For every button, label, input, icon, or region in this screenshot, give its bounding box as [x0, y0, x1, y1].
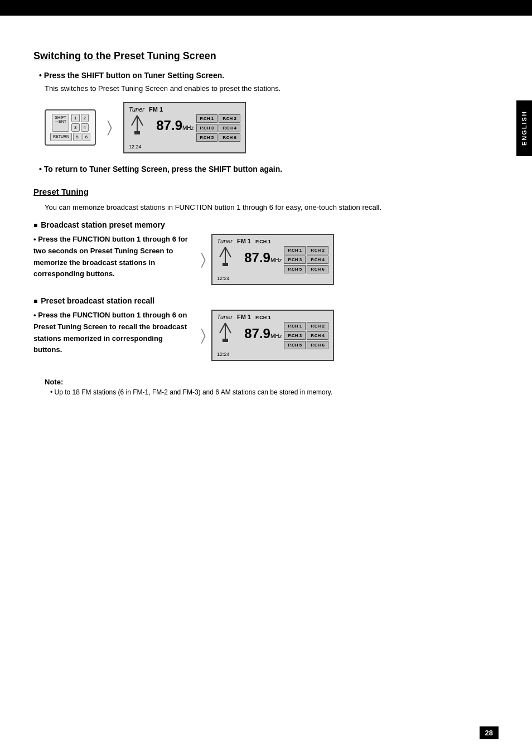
tuner-mhz-3: MHz — [270, 333, 282, 339]
tuner-fm-3: FM 1 — [237, 314, 251, 320]
btn-2: 2 — [81, 114, 89, 122]
svg-rect-7 — [223, 263, 228, 266]
svg-line-1 — [137, 115, 143, 126]
pch5-1: P.CH 5 — [196, 133, 218, 142]
return-button: RETURN — [50, 133, 72, 141]
btn-3: 3 — [71, 123, 79, 132]
tuner-pch-grid-2: P.CH 1 P.CH 2 P.CH 3 P.CH 4 P.CH 5 P.CH … — [284, 246, 328, 273]
pch2-1: P.CH 2 — [219, 114, 240, 123]
tuner-mhz-1: MHz — [182, 125, 194, 131]
arrow-right: 〉 — [107, 118, 112, 137]
antenna-icon-3 — [217, 322, 234, 343]
tuner-pch-grid-3: P.CH 1 P.CH 2 P.CH 3 P.CH 4 P.CH 5 P.CH … — [284, 322, 328, 349]
note-text: Up to 18 FM stations (6 in FM-1, FM-2 an… — [50, 388, 476, 396]
antenna-icon-1 — [129, 114, 146, 136]
page-number: 28 — [480, 726, 499, 739]
antenna-icon-2 — [217, 246, 234, 267]
sub1-diagram: 〉 Tuner FM 1 P.CH 1 — [201, 234, 334, 285]
tuner-label-1: Tuner — [129, 106, 144, 113]
pch1-3: P.CH 1 — [284, 322, 306, 330]
english-tab: ENGLISH — [516, 100, 532, 156]
pch1-1: P.CH 1 — [196, 114, 218, 123]
btn-5: 5 — [73, 133, 81, 141]
pch4-1: P.CH 4 — [219, 124, 240, 132]
pch6-1: P.CH 6 — [219, 133, 240, 142]
tuner-label-3: Tuner — [217, 314, 233, 320]
pch5-3: P.CH 5 — [284, 341, 306, 349]
tuner-freq-2: 87.9MHz — [234, 251, 282, 264]
pch6-3: P.CH 6 — [307, 341, 328, 349]
note-section: Note: Up to 18 FM stations (6 in FM-1, F… — [45, 378, 476, 396]
sub1-row: Press the FUNCTION button 1 through 6 fo… — [33, 234, 476, 285]
arrow-right-2: 〉 — [201, 251, 206, 269]
pch2-3: P.CH 2 — [307, 322, 328, 330]
svg-line-9 — [225, 323, 231, 333]
tuner-time-3: 12:24 — [217, 351, 328, 357]
arrow-right-3: 〉 — [201, 326, 206, 345]
tuner-screen-2: Tuner FM 1 P.CH 1 — [211, 234, 334, 285]
pch5-2: P.CH 5 — [284, 265, 306, 273]
tuner-pch-label-3: P.CH 1 — [255, 315, 271, 320]
sub2-row: Press the FUNCTION button 1 through 6 on… — [33, 310, 476, 361]
device-mockup: SHIFT→ENT 1 2 3 4 RETURN 5 — [45, 109, 96, 146]
sub1-bullet-text: Press the FUNCTION button 1 through 6 fo… — [33, 234, 190, 280]
tuner-freq-1: 87.9MHz — [146, 119, 194, 132]
btn-4: 4 — [81, 123, 89, 132]
pch4-2: P.CH 4 — [307, 256, 328, 264]
svg-rect-3 — [134, 131, 140, 134]
pch2-2: P.CH 2 — [307, 246, 328, 254]
tuner-time-2: 12:24 — [217, 276, 328, 281]
pch4-3: P.CH 4 — [307, 331, 328, 340]
pch3-3: P.CH 3 — [284, 331, 306, 340]
sub2-heading: Preset broadcast station recall — [33, 296, 476, 305]
section1-description: This switches to Preset Tuning Screen an… — [45, 83, 476, 94]
tuner-mhz-2: MHz — [270, 257, 282, 263]
svg-line-5 — [225, 247, 231, 257]
btn-6: 6 — [83, 133, 90, 141]
tuner-screen-1: Tuner FM 1 — [123, 102, 246, 153]
svg-rect-11 — [223, 339, 228, 342]
pch3-1: P.CH 3 — [196, 124, 218, 132]
tuner-pch-grid-1: P.CH 1 P.CH 2 P.CH 3 P.CH 4 P.CH 5 P.CH … — [196, 114, 241, 142]
section2-description: You can memorize broadcast stations in F… — [45, 202, 476, 213]
section1-diagram: SHIFT→ENT 1 2 3 4 RETURN 5 — [45, 102, 476, 153]
svg-line-4 — [220, 247, 225, 257]
section1-bullet1: Press the SHIFT button on Tuner Setting … — [39, 71, 476, 80]
pch1-2: P.CH 1 — [284, 246, 306, 254]
svg-line-0 — [132, 115, 137, 126]
sub1-heading: Broadcast station preset memory — [33, 220, 476, 229]
sub2-bullet-text: Press the FUNCTION button 1 through 6 on… — [33, 310, 190, 356]
section2-heading: Preset Tuning — [33, 187, 476, 196]
pch6-2: P.CH 6 — [307, 265, 328, 273]
shift-button: SHIFT→ENT — [52, 114, 69, 132]
tuner-screen-3: Tuner FM 1 P.CH 1 — [211, 310, 334, 361]
sub2-diagram: 〉 Tuner FM 1 P.CH 1 — [201, 310, 334, 361]
pch3-2: P.CH 3 — [284, 256, 306, 264]
tuner-pch-label-2: P.CH 1 — [255, 239, 271, 244]
tuner-label-2: Tuner — [217, 238, 233, 244]
btn-1: 1 — [71, 114, 79, 122]
top-bar — [0, 0, 532, 16]
section1-heading: Switching to the Preset Tuning Screen — [33, 50, 476, 62]
tuner-freq-3: 87.9MHz — [234, 327, 282, 340]
tuner-time-1: 12:24 — [129, 144, 240, 150]
note-title: Note: — [45, 378, 476, 386]
return-note: To return to Tuner Setting Screen, press… — [39, 165, 476, 174]
svg-line-8 — [220, 323, 225, 333]
tuner-fm-1: FM 1 — [149, 106, 163, 113]
tuner-fm-2: FM 1 — [237, 238, 251, 244]
